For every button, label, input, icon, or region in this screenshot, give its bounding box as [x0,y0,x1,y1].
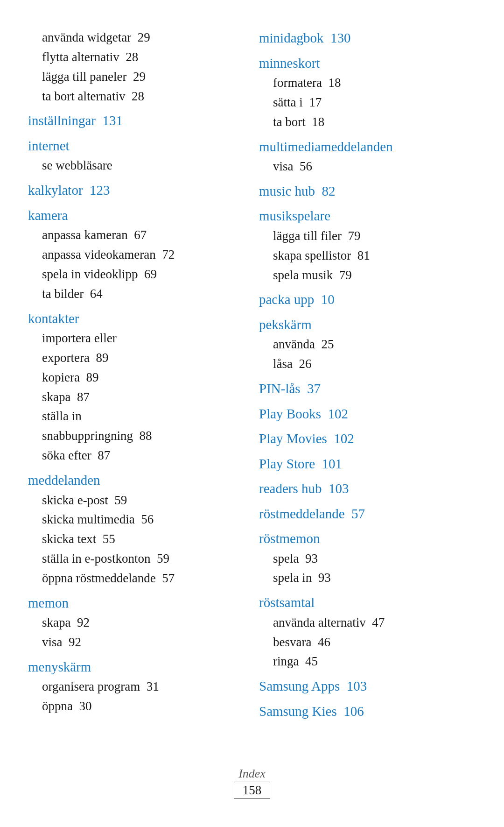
sub-entry: söka efter 87 [28,446,245,466]
index-entry-group: Play Store 101 [259,454,476,474]
entry-header: röstsamtal [259,593,476,613]
index-entry-group: Samsung Apps 103 [259,676,476,697]
sub-entry: ta bort 18 [259,113,476,132]
index-entry-group: packa upp 10 [259,290,476,310]
index-entry-group: minneskortformatera 18sätta i 17ta bort … [259,53,476,132]
sub-entry: snabbuppringning 88 [28,426,245,446]
entry-header: minidagbok 130 [259,28,476,49]
entry-header: PIN-lås 37 [259,379,476,399]
sub-entry: spela musik 79 [259,266,476,285]
index-entry-group: PIN-lås 37 [259,379,476,399]
entry-header: Play Store 101 [259,454,476,474]
entry-header: internet [28,136,245,156]
sub-entry: använda alternativ 47 [259,613,476,633]
sub-entry: anpassa videokameran 72 [28,245,245,265]
sub-entry: flytta alternativ 28 [28,48,245,67]
left-column: använda widgetar 29flytta alternativ 28l… [28,28,259,726]
index-entry-group: music hub 82 [259,181,476,202]
right-column: minidagbok 130minneskortformatera 18sätt… [259,28,476,726]
sub-entry: skicka text 55 [28,530,245,549]
index-entry-group: multimediameddelandenvisa 56 [259,137,476,177]
sub-entry: spela in videoklipp 69 [28,265,245,284]
sub-entry: skicka multimedia 56 [28,510,245,530]
entry-header: minneskort [259,53,476,74]
sub-entry: spela 93 [259,549,476,569]
sub-entry: ta bort alternativ 28 [28,87,245,106]
sub-entry: importera eller [28,329,245,348]
sub-entry: lägga till filer 79 [259,226,476,246]
entry-header: menyskärm [28,657,245,678]
index-entry-group: röstmemonspela 93spela in 93 [259,529,476,588]
index-entry-group: kontakterimportera ellerexportera 89kopi… [28,309,245,466]
index-entry-group: minidagbok 130 [259,28,476,49]
index-entry-group: använda widgetar 29flytta alternativ 28l… [28,28,245,106]
index-entry-group: inställningar 131 [28,111,245,131]
sub-entry: anpassa kameran 67 [28,226,245,245]
index-entry-group: kameraanpassa kameran 67anpassa videokam… [28,205,245,304]
entry-header: musikspelare [259,206,476,226]
index-entry-group: kalkylator 123 [28,180,245,201]
sub-entry: organisera program 31 [28,677,245,697]
sub-entry: skapa spellistor 81 [259,246,476,266]
entry-header: inställningar 131 [28,111,245,131]
index-entry-group: röstsamtalanvända alternativ 47besvara 4… [259,593,476,671]
sub-entry: formatera 18 [259,73,476,93]
sub-entry: se webbläsare [28,156,245,176]
index-entry-group: internetse webbläsare [28,136,245,176]
sub-entry: öppna 30 [28,697,245,716]
sub-entry: sätta i 17 [259,93,476,113]
sub-entry: öppna röstmeddelande 57 [28,569,245,588]
index-entry-group: Play Movies 102 [259,429,476,449]
sub-entry: ställa in [28,407,245,426]
entry-header: multimediameddelanden [259,137,476,157]
entry-header: memon [28,593,245,614]
index-entry-group: röstmeddelande 57 [259,504,476,524]
entry-header: Play Movies 102 [259,429,476,449]
sub-entry: besvara 46 [259,633,476,652]
sub-entry: exportera 89 [28,348,245,368]
sub-entry: skapa 92 [28,613,245,633]
sub-entry: visa 92 [28,633,245,652]
entry-header: kamera [28,205,245,226]
sub-entry: visa 56 [259,157,476,177]
entry-header: pekskärm [259,315,476,335]
index-entry-group: pekskärmanvända 25låsa 26 [259,315,476,374]
entry-header: kalkylator 123 [28,180,245,201]
sub-entry: använda widgetar 29 [28,28,245,48]
entry-header: kontakter [28,309,245,329]
page-footer: Index 158 [0,767,504,799]
page-content: använda widgetar 29flytta alternativ 28l… [28,28,476,726]
index-entry-group: meddelandenskicka e-post 59skicka multim… [28,470,245,588]
index-entry-group: memonskapa 92visa 92 [28,593,245,652]
footer-label: Index [0,767,504,781]
sub-entry: ta bilder 64 [28,284,245,304]
entry-header: Play Books 102 [259,404,476,424]
index-entry-group: readers hub 103 [259,479,476,499]
entry-header: Samsung Kies 106 [259,701,476,722]
entry-header: music hub 82 [259,181,476,202]
index-entry-group: menyskärmorganisera program 31öppna 30 [28,657,245,716]
sub-entry: ställa in e-postkonton 59 [28,549,245,569]
index-entry-group: Play Books 102 [259,404,476,424]
index-entry-group: Samsung Kies 106 [259,701,476,722]
entry-header: röstmemon [259,529,476,549]
entry-header: packa upp 10 [259,290,476,310]
sub-entry: låsa 26 [259,354,476,374]
sub-entry: spela in 93 [259,568,476,588]
sub-entry: kopiera 89 [28,368,245,388]
sub-entry: ringa 45 [259,652,476,671]
sub-entry: skapa 87 [28,388,245,407]
footer-page-number: 158 [234,782,271,799]
sub-entry: lägga till paneler 29 [28,67,245,87]
sub-entry: använda 25 [259,335,476,354]
sub-entry: skicka e-post 59 [28,491,245,510]
entry-header: Samsung Apps 103 [259,676,476,697]
index-entry-group: musikspelarelägga till filer 79skapa spe… [259,206,476,285]
entry-header: readers hub 103 [259,479,476,499]
entry-header: röstmeddelande 57 [259,504,476,524]
entry-header: meddelanden [28,470,245,491]
